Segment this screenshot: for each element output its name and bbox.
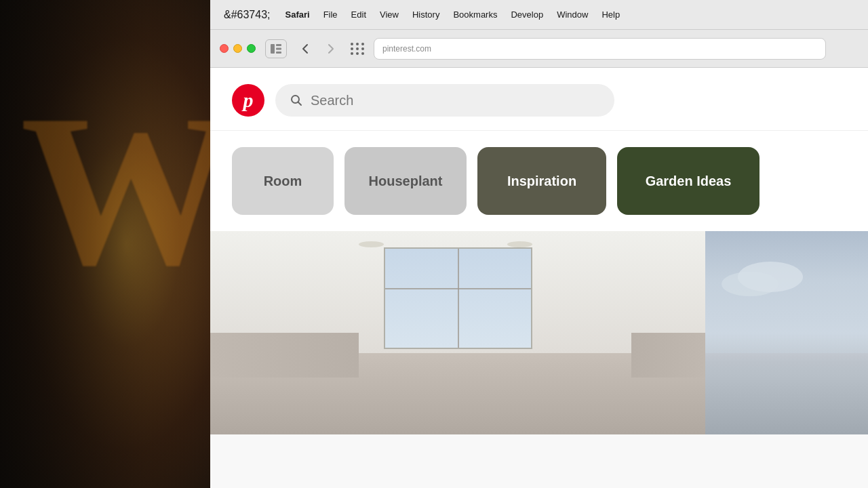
svg-line-5 — [298, 102, 302, 106]
grid-dot — [351, 52, 353, 55]
macos-menubar: &#63743; Safari File Edit View History B… — [210, 0, 868, 30]
search-icon — [289, 93, 304, 108]
svg-rect-1 — [276, 44, 281, 46]
svg-rect-0 — [271, 44, 275, 54]
develop-menu[interactable]: Develop — [504, 0, 550, 29]
browser-toolbar: pinterest.com — [210, 30, 868, 68]
minimize-button[interactable] — [233, 44, 242, 53]
pinterest-header: p Search — [210, 68, 868, 131]
grid-dot — [356, 47, 359, 50]
interior-scene — [210, 231, 705, 434]
search-bar[interactable]: Search — [275, 84, 614, 117]
grid-dot — [361, 52, 364, 55]
sidebar-toggle-button[interactable] — [265, 39, 287, 58]
window-menu[interactable]: Window — [550, 0, 595, 29]
pinterest-logo: p — [232, 84, 264, 117]
url-bar[interactable]: pinterest.com — [374, 38, 826, 60]
fullscreen-button[interactable] — [247, 44, 256, 53]
category-garden-ideas[interactable]: Garden Ideas — [617, 147, 760, 215]
category-section: Room Houseplant Inspiration Garden Ideas — [210, 131, 868, 231]
help-menu[interactable]: Help — [595, 0, 627, 29]
background-letter: W — [20, 81, 237, 298]
apple-menu[interactable]: &#63743; — [221, 0, 279, 29]
grid-dot — [356, 43, 359, 45]
grid-dot — [351, 43, 353, 45]
back-button[interactable] — [295, 39, 315, 59]
main-image[interactable] — [210, 231, 705, 434]
svg-rect-2 — [276, 47, 281, 49]
svg-rect-3 — [276, 52, 281, 54]
traffic-lights — [220, 44, 256, 53]
view-menu[interactable]: View — [373, 0, 406, 29]
grid-dot — [351, 47, 353, 50]
category-houseplant[interactable]: Houseplant — [344, 147, 467, 215]
side-image[interactable] — [705, 231, 868, 434]
side-scene — [705, 231, 868, 434]
apps-grid-button[interactable] — [347, 38, 368, 60]
url-text: pinterest.com — [382, 44, 431, 54]
category-inspiration[interactable]: Inspiration — [477, 147, 606, 215]
close-button[interactable] — [220, 44, 229, 53]
category-room[interactable]: Room — [232, 147, 334, 215]
history-menu[interactable]: History — [406, 0, 446, 29]
grid-dot — [361, 43, 364, 45]
image-grid — [210, 231, 868, 434]
search-placeholder-text: Search — [311, 93, 353, 108]
browser-content: p Search Room Houseplant Inspiration Gar… — [210, 68, 868, 488]
bookmarks-menu[interactable]: Bookmarks — [446, 0, 504, 29]
safari-menu[interactable]: Safari — [279, 0, 317, 29]
grid-dot — [361, 47, 364, 50]
forward-button[interactable] — [321, 39, 341, 59]
file-menu[interactable]: File — [317, 0, 344, 29]
edit-menu[interactable]: Edit — [344, 0, 373, 29]
grid-dot — [356, 52, 359, 55]
